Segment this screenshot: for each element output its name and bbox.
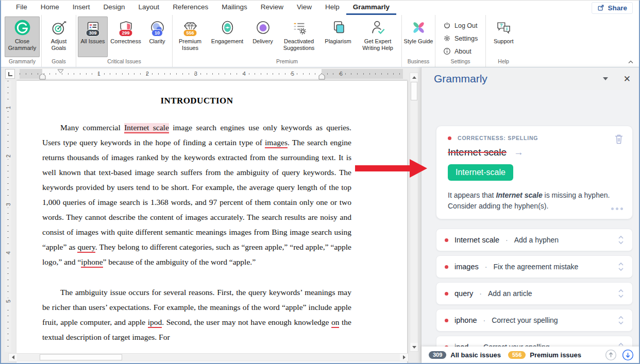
- grammar-error-word[interactable]: Internet scale: [124, 123, 169, 133]
- menu-tab-insert[interactable]: Insert: [66, 1, 97, 15]
- menu-tab-grammarly[interactable]: Grammarly: [346, 1, 396, 15]
- tab-stop-selector[interactable]: [5, 69, 15, 79]
- vertical-scroll-thumb[interactable]: [411, 82, 417, 100]
- grammar-error-word[interactable]: on: [331, 318, 340, 328]
- group-label-help: Help: [487, 57, 519, 67]
- document-page[interactable]: INTRODUCTION Many commercial Internet sc…: [16, 80, 407, 363]
- ruler-number: 5: [5, 298, 11, 305]
- accept-suggestion-button[interactable]: Internet-scale: [448, 164, 513, 181]
- task-pane-footer: 309 All basic issues 556 Premium issues: [422, 346, 640, 363]
- suggestion-row[interactable]: iphone · Correct your spelling: [436, 309, 633, 332]
- document-area: 123456 12345 INTRODUCTION Many commercia…: [1, 67, 421, 363]
- previous-issue-button[interactable]: [605, 349, 617, 361]
- suggestion-action: Correct your spelling: [492, 316, 558, 324]
- correctness-badge: 299: [119, 29, 132, 37]
- grammar-error-word[interactable]: iphone: [81, 257, 103, 268]
- menu-tab-home[interactable]: Home: [34, 1, 66, 15]
- settings-button[interactable]: Settings: [440, 32, 481, 44]
- menu-tab-file[interactable]: File: [9, 1, 34, 15]
- clarity-button[interactable]: 10 Clarity: [144, 16, 171, 57]
- document-body: Many commercial Internet scale image sea…: [42, 120, 351, 344]
- ribbon-group-premium: 556 Premium Issues Engagement Delivery: [173, 15, 402, 67]
- scroll-up-button[interactable]: [410, 73, 418, 81]
- task-pane-close-icon[interactable]: ✕: [624, 75, 631, 83]
- adjust-goals-button[interactable]: Adjust Goals: [43, 16, 74, 57]
- suggestion-row[interactable]: query · Add an article: [436, 282, 633, 305]
- grammar-error-word[interactable]: images: [265, 138, 288, 148]
- get-expert-writing-help-button[interactable]: Get Expert Writing Help: [356, 16, 400, 57]
- support-button[interactable]: ?i Support: [487, 16, 519, 57]
- critical-issue-dot: [445, 238, 448, 242]
- menu-tab-design[interactable]: Design: [97, 1, 132, 15]
- right-indent-marker[interactable]: [318, 74, 325, 80]
- suggestion-word: iphone: [454, 316, 477, 324]
- grammar-error-word[interactable]: ipod: [148, 318, 162, 328]
- log-out-button[interactable]: Log Out: [440, 20, 481, 31]
- correctness-button[interactable]: 299 Correctness: [108, 16, 144, 57]
- share-icon: [597, 4, 604, 11]
- plagiarism-button[interactable]: Plagiarism: [321, 16, 356, 57]
- expand-collapse-chevrons-icon[interactable]: [618, 235, 624, 245]
- basic-issues-count-badge[interactable]: 309: [429, 351, 446, 359]
- ruler-number: 3: [194, 71, 197, 77]
- expand-collapse-chevrons-icon[interactable]: [618, 288, 624, 299]
- engagement-button[interactable]: Engagement: [206, 16, 248, 57]
- suggestion-row[interactable]: Internet scale · Add a hyphen: [436, 229, 633, 251]
- task-pane-body: CORRECTNESS: SPELLING Internet scale → I…: [422, 90, 640, 346]
- suggestion-action: Add an article: [488, 289, 532, 298]
- deactivated-suggestions-button[interactable]: Deactivated Suggestions: [277, 16, 321, 57]
- group-label-premium: Premium: [174, 57, 400, 67]
- menu-tab-review[interactable]: Review: [254, 1, 290, 15]
- expand-collapse-chevrons-icon[interactable]: [618, 262, 624, 272]
- ribbon-group-business: Style Guide Business: [402, 15, 435, 67]
- all-issues-button[interactable]: 309 All Issues: [78, 16, 108, 57]
- style-guide-button[interactable]: Style Guide: [403, 16, 433, 57]
- menu-tab-layout[interactable]: Layout: [132, 1, 166, 15]
- style-guide-pinwheel-icon: [410, 19, 427, 36]
- scroll-down-button[interactable]: [410, 343, 418, 351]
- basic-issues-label[interactable]: All basic issues: [450, 351, 501, 359]
- about-button[interactable]: About: [440, 45, 481, 57]
- menu-tab-help[interactable]: Help: [318, 1, 346, 15]
- scroll-left-button[interactable]: [9, 354, 17, 361]
- horizontal-scroll-thumb[interactable]: [40, 354, 122, 360]
- document-text: . The search engine returns thousands of…: [42, 138, 351, 251]
- menu-tab-view[interactable]: View: [290, 1, 318, 15]
- issue-category-label: CORRECTNESS: SPELLING: [458, 135, 538, 141]
- grammar-error-word[interactable]: query: [77, 242, 95, 253]
- premium-issues-count-badge[interactable]: 556: [508, 351, 526, 359]
- critical-issue-dot: [445, 292, 448, 296]
- expand-collapse-chevrons-icon[interactable]: [618, 342, 624, 346]
- scroll-right-button[interactable]: [400, 354, 408, 361]
- close-grammarly-button[interactable]: Close Grammarly: [5, 16, 40, 57]
- menu-tab-mailings[interactable]: Mailings: [215, 1, 254, 15]
- expand-collapse-chevrons-icon[interactable]: [618, 315, 624, 325]
- suggestion-word: images: [454, 263, 479, 271]
- premium-issues-label[interactable]: Premium issues: [530, 351, 581, 359]
- power-icon: [443, 22, 451, 29]
- ruler-number: 4: [5, 250, 11, 256]
- more-options-dots[interactable]: [611, 207, 623, 210]
- ruler-number: 1: [5, 105, 11, 111]
- suggestion-word: Internet scale: [454, 236, 499, 244]
- premium-issues-button[interactable]: 556 Premium Issues: [174, 16, 206, 57]
- collapse-ribbon-chevron[interactable]: [628, 59, 634, 65]
- dismiss-trash-icon[interactable]: [614, 133, 624, 145]
- delivery-button[interactable]: Delivery: [248, 16, 277, 57]
- svg-text:i: i: [506, 26, 508, 31]
- suggestion-row[interactable]: ipod · Correct your spelling: [436, 336, 633, 346]
- task-pane-menu-caret-icon[interactable]: [603, 77, 608, 80]
- left-indent-marker[interactable]: [39, 74, 46, 80]
- first-line-indent-marker[interactable]: [57, 69, 64, 74]
- next-issue-button[interactable]: [622, 349, 634, 361]
- menu-tab-references[interactable]: References: [166, 1, 215, 15]
- engagement-icon: [219, 19, 236, 36]
- suggestion-separator: ·: [483, 316, 486, 324]
- document-text: ” because of the ambiguity of the word “…: [103, 257, 256, 266]
- issues-list-icon: 309: [85, 19, 102, 36]
- plagiarism-pages-icon: [330, 19, 347, 36]
- ruler-number: 2: [146, 71, 149, 77]
- share-button[interactable]: Share: [592, 2, 633, 14]
- all-issues-badge: 309: [86, 29, 99, 37]
- suggestion-row[interactable]: images · Fix the agreement mistake: [436, 255, 633, 278]
